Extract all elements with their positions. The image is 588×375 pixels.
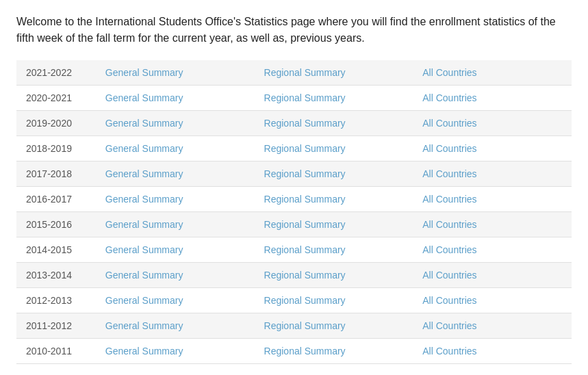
table-row: 2011-2012General SummaryRegional Summary… xyxy=(16,313,572,339)
table-row: 2012-2013General SummaryRegional Summary… xyxy=(16,288,572,313)
table-row: 2018-2019General SummaryRegional Summary… xyxy=(16,136,572,161)
all-countries-link[interactable]: All Countries xyxy=(413,136,572,161)
year-cell: 2014-2015 xyxy=(16,237,96,263)
intro-paragraph: Welcome to the International Students Of… xyxy=(16,14,572,47)
all-countries-link[interactable]: All Countries xyxy=(413,237,572,263)
regional-summary-link[interactable]: Regional Summary xyxy=(255,212,413,237)
general-summary-link[interactable]: General Summary xyxy=(96,136,255,161)
all-countries-link[interactable]: All Countries xyxy=(413,263,572,288)
all-countries-link[interactable]: All Countries xyxy=(413,212,572,237)
table-row: 2019-2020General SummaryRegional Summary… xyxy=(16,111,572,136)
year-cell: 2020-2021 xyxy=(16,86,96,111)
general-summary-link[interactable]: General Summary xyxy=(96,111,255,136)
table-row: 2016-2017General SummaryRegional Summary… xyxy=(16,187,572,212)
year-cell: 2010-2011 xyxy=(16,339,96,364)
general-summary-link[interactable]: General Summary xyxy=(96,187,255,212)
regional-summary-link[interactable]: Regional Summary xyxy=(255,263,413,288)
year-cell: 2017-2018 xyxy=(16,161,96,187)
regional-summary-link[interactable]: Regional Summary xyxy=(255,60,413,86)
all-countries-link[interactable]: All Countries xyxy=(413,313,572,339)
regional-summary-link[interactable]: Regional Summary xyxy=(255,111,413,136)
year-cell: 2013-2014 xyxy=(16,263,96,288)
year-cell: 2021-2022 xyxy=(16,60,96,86)
general-summary-link[interactable]: General Summary xyxy=(96,161,255,187)
general-summary-link[interactable]: General Summary xyxy=(96,263,255,288)
regional-summary-link[interactable]: Regional Summary xyxy=(255,86,413,111)
all-countries-link[interactable]: All Countries xyxy=(413,339,572,364)
table-row: 2015-2016General SummaryRegional Summary… xyxy=(16,212,572,237)
year-cell: 2015-2016 xyxy=(16,212,96,237)
general-summary-link[interactable]: General Summary xyxy=(96,212,255,237)
general-summary-link[interactable]: General Summary xyxy=(96,60,255,86)
all-countries-link[interactable]: All Countries xyxy=(413,111,572,136)
table-row: 2013-2014General SummaryRegional Summary… xyxy=(16,263,572,288)
regional-summary-link[interactable]: Regional Summary xyxy=(255,339,413,364)
regional-summary-link[interactable]: Regional Summary xyxy=(255,313,413,339)
all-countries-link[interactable]: All Countries xyxy=(413,86,572,111)
general-summary-link[interactable]: General Summary xyxy=(96,86,255,111)
regional-summary-link[interactable]: Regional Summary xyxy=(255,288,413,313)
all-countries-link[interactable]: All Countries xyxy=(413,187,572,212)
general-summary-link[interactable]: General Summary xyxy=(96,288,255,313)
year-cell: 2011-2012 xyxy=(16,313,96,339)
year-cell: 2019-2020 xyxy=(16,111,96,136)
regional-summary-link[interactable]: Regional Summary xyxy=(255,187,413,212)
general-summary-link[interactable]: General Summary xyxy=(96,237,255,263)
general-summary-link[interactable]: General Summary xyxy=(96,339,255,364)
year-cell: 2016-2017 xyxy=(16,187,96,212)
statistics-table: 2021-2022General SummaryRegional Summary… xyxy=(16,60,572,364)
table-row: 2014-2015General SummaryRegional Summary… xyxy=(16,237,572,263)
all-countries-link[interactable]: All Countries xyxy=(413,288,572,313)
table-row: 2021-2022General SummaryRegional Summary… xyxy=(16,60,572,86)
year-cell: 2012-2013 xyxy=(16,288,96,313)
table-row: 2017-2018General SummaryRegional Summary… xyxy=(16,161,572,187)
regional-summary-link[interactable]: Regional Summary xyxy=(255,237,413,263)
general-summary-link[interactable]: General Summary xyxy=(96,313,255,339)
all-countries-link[interactable]: All Countries xyxy=(413,60,572,86)
table-row: 2010-2011General SummaryRegional Summary… xyxy=(16,339,572,364)
all-countries-link[interactable]: All Countries xyxy=(413,161,572,187)
regional-summary-link[interactable]: Regional Summary xyxy=(255,161,413,187)
year-cell: 2018-2019 xyxy=(16,136,96,161)
regional-summary-link[interactable]: Regional Summary xyxy=(255,136,413,161)
table-row: 2020-2021General SummaryRegional Summary… xyxy=(16,86,572,111)
